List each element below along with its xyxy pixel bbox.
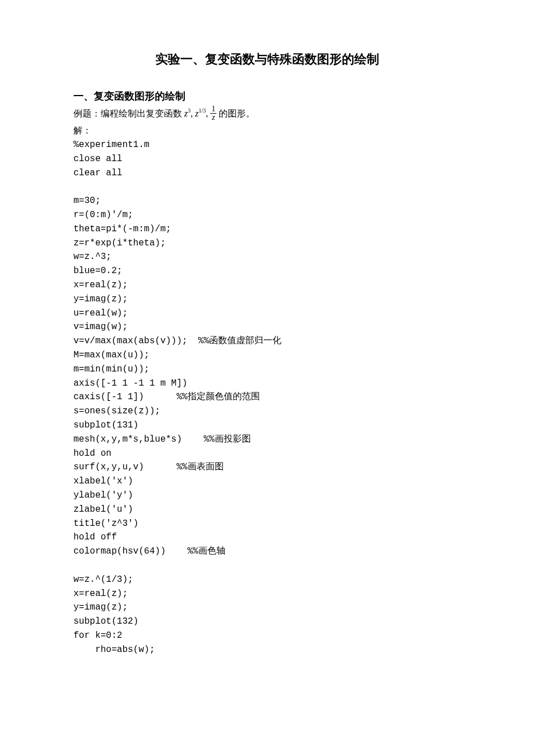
comma-2: , <box>206 109 208 118</box>
page-title: 实验一、复变函数与特殊函数图形的绘制 <box>73 51 461 68</box>
frac-num: 1 <box>210 105 216 114</box>
solution-label: 解： <box>73 125 461 137</box>
example-prefix: 例题：编程绘制出复变函数 <box>73 109 182 118</box>
comma-1: , <box>190 109 193 118</box>
fraction-1-over-z: 1 z <box>210 105 216 122</box>
section-heading: 一、复变函数图形的绘制 <box>73 89 461 103</box>
frac-den: z <box>210 114 216 122</box>
exp-3: 3 <box>188 107 190 114</box>
exp-one-third: 1/3 <box>198 107 206 114</box>
code-block: %experiment1.m close all clear all m=30;… <box>73 138 461 656</box>
document-page: 实验一、复变函数与特殊函数图形的绘制 一、复变函数图形的绘制 例题：编程绘制出复… <box>0 0 534 756</box>
example-suffix: 的图形。 <box>219 109 255 118</box>
example-line: 例题：编程绘制出复变函数 z3, z1/3, 1 z 的图形。 <box>73 106 461 123</box>
